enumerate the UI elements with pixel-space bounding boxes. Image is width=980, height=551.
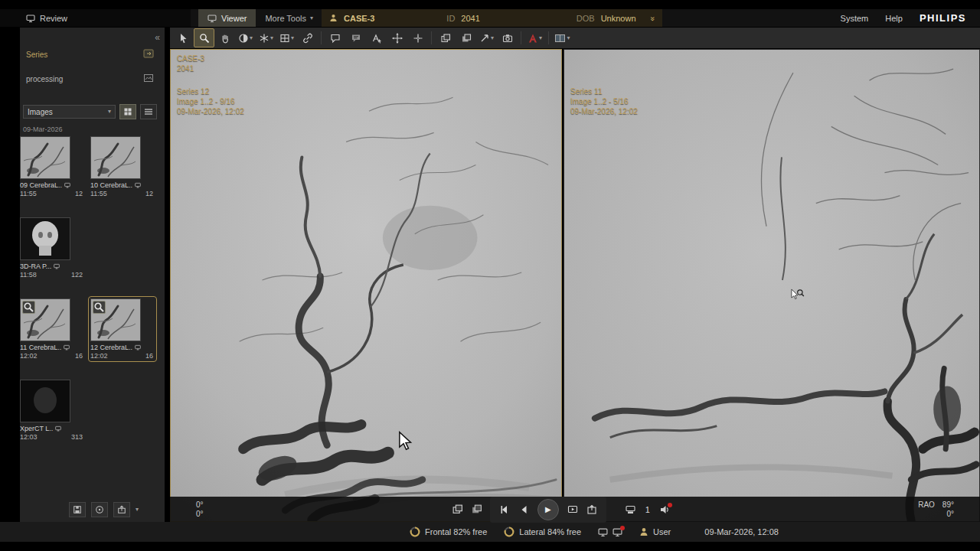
frontal-storage-text: Frontal 82% free: [425, 527, 487, 536]
sent-icon: [54, 263, 60, 269]
comment-tool-button[interactable]: [325, 28, 345, 47]
thumb-label: 10 CerebraL..: [90, 181, 132, 189]
window-level-tool-button[interactable]: ▾: [235, 28, 256, 47]
series-thumbnail-selected[interactable]: 12 CerebraL.. 12:02 16: [90, 298, 155, 360]
series-panel-icon[interactable]: [143, 49, 154, 60]
thumb-label: XperCT L..: [20, 425, 53, 432]
step-back-button[interactable]: [499, 504, 510, 515]
link-tool-button[interactable]: [297, 28, 318, 47]
thumb-time: 11:55: [90, 190, 107, 197]
lateral-storage-status: Lateral 84% free: [504, 527, 581, 537]
patient-dob: Unknown: [601, 14, 636, 23]
images-dropdown-value: Images: [28, 108, 53, 116]
transfer-status-icons[interactable]: [598, 527, 622, 537]
grid-view-button[interactable]: [119, 104, 136, 119]
lateral-storage-text: Lateral 84% free: [519, 527, 581, 536]
processing-row[interactable]: processing: [26, 73, 154, 84]
thumb-label: 3D-RA P...: [20, 262, 51, 270]
projection-label: RAO: [918, 500, 935, 510]
grid-tool-button[interactable]: ▾: [276, 28, 297, 47]
images-dropdown[interactable]: Images ▾: [23, 105, 116, 119]
cascade-view-button[interactable]: [471, 504, 482, 515]
thumb-label: 12 CerebraL..: [90, 344, 132, 351]
help-menu[interactable]: Help: [885, 14, 903, 23]
subtract-tool-button[interactable]: [456, 28, 476, 47]
overlay-series: Series 11: [570, 86, 638, 96]
expand-banner-icon[interactable]: »: [648, 16, 657, 20]
arrow-annotation-tool-button[interactable]: ▾: [476, 28, 497, 47]
overlay-series-info-right: Series 11 Image 1..2 - 5/16 09-Mar-2026,…: [570, 86, 638, 116]
user-status[interactable]: User: [639, 527, 671, 536]
list-view-button[interactable]: [140, 104, 157, 119]
audio-button[interactable]: [659, 504, 670, 515]
patient-id-label: ID: [446, 14, 455, 23]
series-thumbnail[interactable]: 11 CerebraL.. 12:02 16: [20, 298, 84, 360]
overlay-case-name: CASE-3: [177, 54, 204, 64]
status-bar: Frontal 82% free Lateral 84% free User 0…: [0, 522, 980, 542]
viewport-right[interactable]: Series 11 Image 1..2 - 5/16 09-Mar-2026,…: [564, 49, 980, 522]
review-area[interactable]: Review: [0, 9, 191, 27]
viewport-left[interactable]: CASE-3 2041 Series 12 Image 1..2 - 9/16 …: [170, 49, 562, 522]
sharpen-tool-button[interactable]: ▾: [256, 28, 276, 47]
store-button[interactable]: [625, 504, 636, 515]
gauge-icon: [410, 527, 420, 537]
copy-view-button[interactable]: [452, 504, 463, 515]
select-tool-button[interactable]: [173, 28, 194, 47]
text-marker-tool-button[interactable]: [366, 28, 387, 47]
zoom-tool-button[interactable]: [194, 28, 214, 47]
series-thumbnail[interactable]: 3D-RA P... 11:58 122: [20, 217, 84, 279]
right-position-block: RAO 89° 0°: [918, 500, 954, 519]
patient-banner[interactable]: CASE-3 ID 2041 DOB Unknown »: [322, 9, 662, 27]
thumb-time: 11:58: [20, 271, 37, 279]
overlay-image-info: Image 1..2 - 5/16: [570, 96, 638, 106]
play-button[interactable]: ▶: [537, 499, 559, 520]
pan-tool-button[interactable]: [214, 28, 235, 47]
series-thumbnail[interactable]: XperCT L.. 12:03 313: [20, 380, 84, 441]
grid-view-icon: [124, 108, 132, 116]
more-tools-menu[interactable]: More Tools ▾: [256, 9, 322, 27]
thumb-label: 11 CerebraL..: [20, 344, 61, 351]
chevron-down-icon: ▾: [310, 15, 313, 21]
notification-dot: [668, 503, 672, 507]
angle-value: 89°: [942, 500, 954, 510]
series-thumbnail[interactable]: 09 CerebraL.. 11:55 12: [20, 136, 84, 197]
processing-icon[interactable]: [143, 73, 154, 84]
tab-viewer[interactable]: Viewer: [198, 9, 256, 27]
series-header-row[interactable]: Series: [26, 49, 154, 60]
frontal-storage-status: Frontal 82% free: [410, 527, 487, 537]
philips-logo: PHILIPS: [920, 12, 966, 24]
angiogram-image-left: [171, 50, 561, 521]
alert-dot: [620, 526, 625, 530]
layout-tool-button[interactable]: ▾: [552, 28, 573, 47]
user-icon: [639, 527, 648, 536]
sent-icon: [55, 425, 61, 432]
actions-more-icon[interactable]: ▾: [136, 507, 139, 513]
overlay-case-id: 2041: [177, 64, 204, 73]
system-menu[interactable]: System: [841, 14, 869, 23]
archive-button[interactable]: [91, 502, 108, 517]
angle-value: 0°: [196, 500, 204, 510]
left-angles: 0° 0°: [196, 500, 204, 519]
move-crosshair-tool-button[interactable]: [387, 28, 407, 47]
collapse-sidebar-icon[interactable]: «: [155, 32, 160, 43]
zoomed-badge: [93, 301, 106, 314]
annotation-list-button[interactable]: [345, 28, 366, 47]
viewer-toolbar: ▾ ▾ ▾ ▾ ▾ ▾: [170, 28, 980, 48]
image-viewer: CASE-3 2041 Series 12 Image 1..2 - 9/16 …: [170, 49, 980, 522]
frame-forward-button[interactable]: [567, 504, 578, 515]
frame-count: 1: [644, 505, 652, 514]
chevron-down-icon: ▾: [270, 35, 273, 41]
chevron-down-icon: ▾: [491, 35, 494, 41]
play-icon: ▶: [545, 505, 551, 514]
crosshair-tool-button[interactable]: [407, 28, 428, 47]
compare-tool-button[interactable]: [435, 28, 456, 47]
snapshot-tool-button[interactable]: [497, 28, 518, 47]
vessel-analysis-tool-button[interactable]: ▾: [524, 28, 545, 47]
cine-control-bar: 0° 0° ▶: [170, 497, 980, 522]
frame-back-button[interactable]: [518, 504, 529, 515]
save-series-button[interactable]: [69, 502, 86, 517]
export-run-button[interactable]: [586, 504, 597, 515]
series-thumbnail[interactable]: 10 CerebraL.. 11:55 12: [90, 136, 155, 197]
chevron-down-icon: ▾: [539, 35, 542, 41]
export-button[interactable]: [113, 502, 130, 517]
